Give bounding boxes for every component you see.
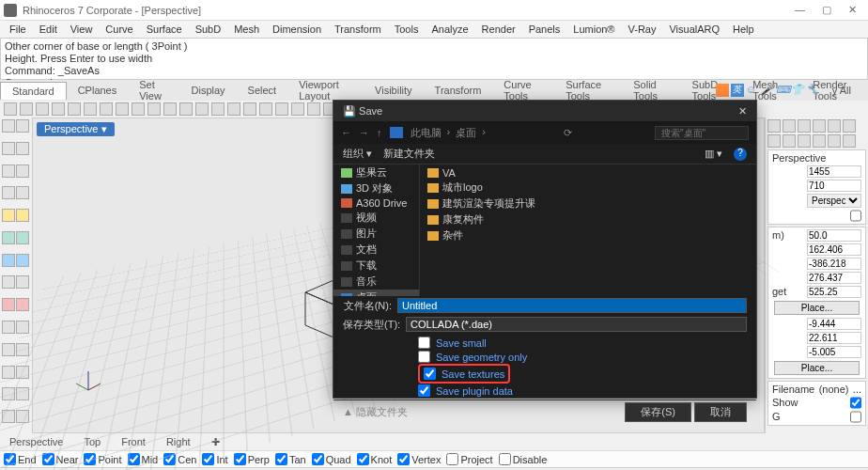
panel-icon[interactable] — [767, 134, 781, 148]
refresh-icon[interactable]: ⟳ — [564, 127, 572, 139]
tool-icon[interactable] — [16, 275, 29, 289]
menu-view[interactable]: View — [65, 24, 99, 35]
prop-dz[interactable] — [807, 346, 861, 358]
panel-icon[interactable] — [843, 134, 856, 148]
panel-icon[interactable] — [767, 119, 781, 133]
tool-icon[interactable] — [2, 298, 15, 311]
tool-icon[interactable] — [179, 102, 193, 116]
skin-icon[interactable]: 👕 — [791, 84, 804, 97]
command-area[interactable]: Other corner of base or length ( 3Point … — [0, 38, 868, 80]
panel-icon[interactable] — [783, 134, 796, 148]
tool-icon[interactable] — [2, 209, 15, 222]
tool-icon[interactable] — [2, 186, 15, 199]
tab-standard[interactable]: Standard — [0, 82, 67, 100]
gray-checkbox[interactable] — [850, 411, 861, 423]
tool-icon[interactable] — [116, 102, 129, 116]
prop-x[interactable] — [807, 243, 861, 256]
tool-icon[interactable] — [100, 102, 113, 116]
search-input[interactable] — [655, 126, 749, 140]
tool-icon[interactable] — [195, 102, 209, 116]
tool-icon[interactable] — [16, 186, 29, 199]
filetype-select[interactable]: COLLADA (*.dae) — [406, 317, 747, 332]
panel-icon[interactable] — [813, 119, 826, 133]
tool-icon[interactable] — [291, 102, 304, 116]
osnap-tan[interactable]: Tan — [275, 453, 306, 465]
menu-dimension[interactable]: Dimension — [267, 24, 327, 35]
cancel-button[interactable]: 取消 — [694, 402, 747, 422]
panel-icon[interactable] — [783, 119, 796, 133]
opt-save-small[interactable]: Save small — [418, 336, 747, 350]
prop-dy[interactable] — [807, 332, 861, 344]
tool-icon[interactable] — [243, 102, 256, 116]
maximize-button[interactable]: ▢ — [822, 4, 831, 16]
menu-subd[interactable]: SubD — [190, 24, 227, 35]
menu-surface[interactable]: Surface — [141, 24, 188, 35]
breadcrumb[interactable]: 此电脑› 桌面› — [411, 126, 486, 140]
tool-icon[interactable]: 🔧 — [806, 84, 819, 97]
minimize-button[interactable]: — — [795, 4, 805, 16]
menu-help[interactable]: Help — [727, 24, 760, 35]
prop-y[interactable] — [807, 258, 861, 270]
place-button-2[interactable]: Place... — [774, 361, 860, 375]
tab-select[interactable]: Select — [237, 82, 288, 99]
tool-icon[interactable] — [147, 102, 161, 116]
tool-icon[interactable] — [132, 102, 145, 116]
osnap-perp[interactable]: Perp — [234, 453, 270, 465]
lang-zh-icon[interactable]: 英 — [731, 84, 744, 97]
tab-display[interactable]: Display — [180, 82, 237, 99]
menu-visualarq[interactable]: VisualARQ — [663, 24, 725, 35]
tool-icon[interactable] — [16, 254, 29, 267]
tool-icon[interactable] — [84, 102, 97, 116]
tab-setview[interactable]: Set View — [128, 76, 179, 104]
hide-folders[interactable]: ▲ 隐藏文件夹 — [343, 405, 408, 419]
opt-save-textures[interactable]: Save textures — [424, 367, 504, 381]
tool-icon[interactable] — [211, 102, 225, 116]
tool-icon[interactable] — [275, 102, 288, 116]
help-icon[interactable]: ? — [734, 148, 747, 161]
menu-file[interactable]: File — [4, 24, 32, 35]
tool-icon[interactable] — [68, 102, 81, 116]
organize-button[interactable]: 组织 ▾ — [343, 147, 372, 161]
breadcrumb-item[interactable]: 此电脑 — [411, 126, 442, 140]
breadcrumb-item[interactable]: 桌面 — [456, 126, 476, 140]
panel-icon[interactable] — [828, 119, 841, 133]
menu-tools[interactable]: Tools — [389, 24, 425, 35]
tab-visibility[interactable]: Visibility — [364, 82, 424, 99]
osnap-vertex[interactable]: Vertex — [397, 453, 441, 465]
prop-dx[interactable] — [807, 318, 861, 330]
tool-icon[interactable] — [36, 102, 49, 116]
close-icon[interactable]: ✕ — [738, 105, 747, 118]
tool-icon[interactable] — [227, 102, 240, 116]
tool-icon[interactable] — [2, 275, 15, 289]
tool-icon[interactable] — [16, 119, 29, 133]
keyboard-icon[interactable]: ⌨ — [776, 84, 789, 97]
menu-mesh[interactable]: Mesh — [228, 24, 265, 35]
menu-curve[interactable]: Curve — [100, 24, 138, 35]
emoji-icon[interactable]: ☺ — [746, 84, 759, 97]
menu-panels[interactable]: Panels — [523, 24, 566, 35]
viewport-label[interactable]: Perspective ▾ — [37, 122, 115, 136]
sogou-icon[interactable] — [716, 84, 729, 97]
tool-icon[interactable] — [307, 102, 320, 116]
menu-render[interactable]: Render — [476, 24, 521, 35]
nav-fwd-icon[interactable]: → — [359, 127, 369, 138]
tool-icon[interactable] — [16, 209, 29, 222]
panel-icon[interactable] — [828, 134, 841, 148]
prop-target[interactable] — [807, 286, 861, 298]
menu-transform[interactable]: Transform — [329, 24, 387, 35]
panel-icon[interactable] — [798, 119, 811, 133]
tool-icon[interactable] — [2, 119, 15, 133]
osnap-project[interactable]: Project — [446, 453, 492, 465]
tab-cplanes[interactable]: CPlanes — [67, 82, 129, 99]
tool-icon[interactable] — [163, 102, 177, 116]
nav-back-icon[interactable]: ← — [341, 127, 351, 138]
tool-icon[interactable] — [2, 164, 15, 178]
tool-icon[interactable] — [2, 231, 15, 244]
tool-icon[interactable] — [16, 298, 29, 311]
prop-checkbox[interactable] — [850, 210, 861, 222]
menu-edit[interactable]: Edit — [34, 24, 63, 35]
tool-icon[interactable] — [16, 164, 29, 178]
menu-analyze[interactable]: Analyze — [426, 24, 473, 35]
tab-transform[interactable]: Transform — [424, 82, 493, 99]
tool-icon[interactable] — [16, 142, 29, 155]
